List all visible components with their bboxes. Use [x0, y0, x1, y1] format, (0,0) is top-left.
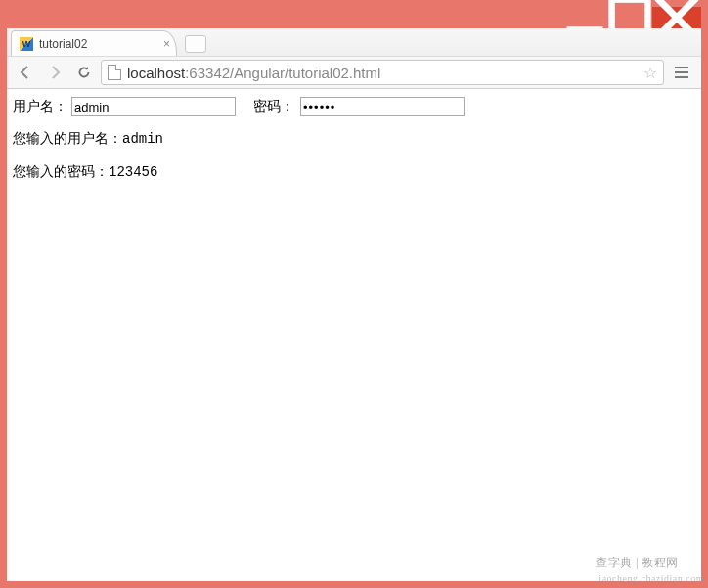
output-username-line: 您输入的用户名：admin [13, 130, 695, 148]
new-tab-button[interactable] [185, 35, 206, 53]
tab-title: tutorial02 [39, 37, 87, 51]
page-content: 用户名： 密码： 您输入的用户名：admin 您输入的密码：123456 [7, 89, 701, 581]
browser-window: W tutorial02 × localhost:63342/Angular/t… [7, 7, 701, 581]
url-host: localhost [127, 65, 185, 81]
browser-toolbar: localhost:63342/Angular/tutorial02.html … [7, 56, 701, 89]
hamburger-menu-button[interactable] [668, 60, 695, 85]
page-icon [108, 65, 121, 80]
username-input[interactable] [71, 97, 236, 116]
output-password-value: 123456 [109, 164, 157, 180]
tab-strip: W tutorial02 × [7, 28, 701, 56]
url-text: localhost:63342/Angular/tutorial02.html [127, 65, 380, 81]
url-port: :63342 [185, 65, 230, 81]
window-titlebar [7, 7, 701, 28]
password-input[interactable] [300, 97, 465, 116]
window-maximize-button[interactable] [607, 7, 652, 28]
username-label: 用户名： [13, 98, 67, 115]
window-close-button[interactable] [652, 7, 701, 28]
back-button[interactable] [13, 60, 38, 85]
output-username-value: admin [122, 131, 163, 147]
output-username-prefix: 您输入的用户名： [13, 131, 122, 146]
output-password-line: 您输入的密码：123456 [13, 163, 695, 181]
favicon-icon: W [20, 37, 33, 51]
address-bar[interactable]: localhost:63342/Angular/tutorial02.html … [101, 60, 664, 85]
window-minimize-button[interactable] [562, 7, 607, 28]
login-form-row: 用户名： 密码： [13, 97, 695, 116]
output-password-prefix: 您输入的密码： [13, 164, 109, 179]
browser-tab[interactable]: W tutorial02 × [11, 30, 177, 56]
url-path: /Angular/tutorial02.html [230, 65, 380, 81]
bookmark-star-icon[interactable]: ☆ [643, 64, 657, 82]
password-label: 密码： [253, 98, 294, 115]
tab-close-icon[interactable]: × [163, 37, 170, 51]
reload-button[interactable] [71, 60, 97, 85]
forward-button[interactable] [42, 60, 67, 85]
